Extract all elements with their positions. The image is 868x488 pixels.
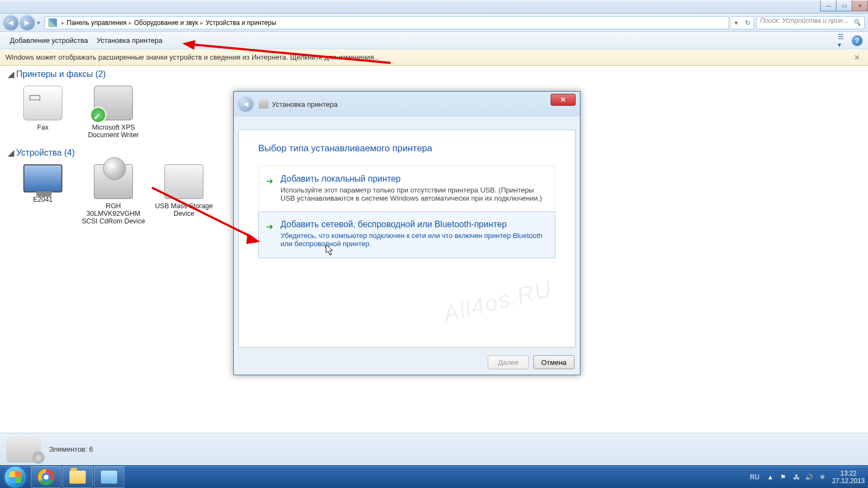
tray-network-icon[interactable]: 🖧: [792, 472, 801, 482]
nav-back-button[interactable]: ◄: [3, 15, 18, 30]
devices-icon: [101, 471, 117, 484]
watermark: All4os.RU: [441, 275, 555, 328]
dialog-heading: Выбор типа устанавливаемого принтера: [258, 143, 556, 154]
breadcrumb[interactable]: ▸ Панель управления ▸ Оборудование и зву…: [44, 16, 729, 29]
tray-clock[interactable]: 13:22 27.12.2013: [832, 470, 865, 485]
fax-icon: [23, 86, 62, 120]
device-item-xps[interactable]: Microsoft XPS Document Writer: [78, 86, 149, 139]
printer-icon: [259, 100, 269, 108]
taskbar-devices[interactable]: [94, 466, 124, 488]
dialog-close-button[interactable]: ✕: [551, 94, 576, 106]
device-item-scsi[interactable]: RGH 30LMVK92VGHM SCSI CdRom Device: [78, 164, 149, 225]
system-tray: RU ▲ ⚑ 🖧 🔊 ✳ 13:22 27.12.2013: [750, 470, 865, 485]
optical-drive-icon: [94, 164, 133, 199]
nav-forward-button[interactable]: ►: [20, 15, 35, 30]
monitor-icon: [23, 164, 62, 192]
maximize-button[interactable]: ▭: [836, 1, 852, 11]
device-item-usb[interactable]: USB Mass Storage Device: [149, 164, 219, 225]
arrow-right-icon: ➔: [266, 222, 273, 232]
tray-language[interactable]: RU: [750, 473, 760, 481]
arrow-right-icon: ➔: [266, 176, 273, 186]
add-printer-dialog: ✕ ◄ Установка принтера Выбор типа устана…: [233, 91, 580, 375]
taskbar-explorer[interactable]: [62, 466, 93, 488]
dialog-back-button[interactable]: ◄: [238, 97, 253, 112]
window-caption: — ▭ ✕: [0, 1, 868, 14]
tray-show-hidden-icon[interactable]: ▲: [765, 472, 775, 482]
windows-orb-icon: [5, 467, 25, 487]
device-item-fax[interactable]: Fax: [8, 86, 78, 139]
chrome-icon: [38, 469, 54, 485]
start-button[interactable]: [0, 466, 30, 489]
option-add-network-printer[interactable]: ➔ Добавить сетевой, беспроводной или Blu…: [258, 211, 556, 258]
device-item-monitor[interactable]: E2041: [8, 164, 78, 225]
command-bar: Добавление устройства Установка принтера…: [0, 32, 868, 49]
help-icon[interactable]: ?: [852, 35, 863, 46]
search-input[interactable]: Поиск: Устройства и прин... 🔍: [756, 16, 865, 29]
usb-storage-icon: [164, 164, 203, 199]
dialog-titlebar[interactable]: ◄ Установка принтера: [234, 92, 580, 117]
nav-history-dropdown[interactable]: ▾: [35, 15, 42, 30]
navigation-bar: ◄ ► ▾ ▸ Панель управления ▸ Оборудование…: [0, 14, 868, 32]
details-pane-text: Элементов: 6: [49, 445, 93, 453]
collapse-icon: ◢: [8, 147, 14, 158]
breadcrumb-item[interactable]: Панель управления: [67, 19, 126, 27]
printer-icon: [94, 86, 133, 120]
category-header-printers[interactable]: ◢ Принтеры и факсы (2): [8, 69, 860, 79]
info-bar-text: Windows может отображать расширенные зна…: [5, 53, 380, 61]
option-add-local-printer[interactable]: ➔ Добавить локальный принтер Используйте…: [259, 166, 555, 212]
cancel-button[interactable]: Отмена: [533, 355, 575, 369]
add-printer-button[interactable]: Установка принтера: [92, 34, 167, 47]
dialog-body: Выбор типа устанавливаемого принтера ➔ Д…: [238, 130, 576, 348]
close-button[interactable]: ✕: [852, 1, 868, 11]
details-pane: Элементов: 6: [0, 433, 868, 465]
collapse-icon: ◢: [8, 69, 14, 79]
taskbar: RU ▲ ⚑ 🖧 🔊 ✳ 13:22 27.12.2013: [0, 465, 868, 488]
breadcrumb-item[interactable]: Оборудование и звук: [134, 19, 198, 27]
info-bar[interactable]: Windows может отображать расширенные зна…: [0, 49, 868, 66]
tray-app-icon[interactable]: ✳: [818, 472, 827, 482]
minimize-button[interactable]: —: [820, 1, 837, 11]
tray-flag-icon[interactable]: ⚑: [778, 472, 788, 482]
search-icon: 🔍: [853, 18, 861, 26]
folder-icon: [69, 471, 86, 484]
info-bar-close-icon[interactable]: ✕: [852, 53, 863, 62]
taskbar-chrome[interactable]: [31, 466, 61, 488]
view-options-button[interactable]: ☰ ▾: [838, 35, 850, 47]
search-placeholder: Поиск: Устройства и прин...: [760, 17, 848, 24]
next-button: Далее: [488, 355, 529, 369]
add-device-button[interactable]: Добавление устройства: [5, 34, 92, 47]
refresh-button[interactable]: ↻: [741, 16, 754, 29]
details-pane-icon: [7, 436, 41, 463]
dialog-title: Установка принтера: [272, 100, 337, 108]
breadcrumb-dropdown[interactable]: ▾: [731, 16, 741, 29]
tray-volume-icon[interactable]: 🔊: [805, 472, 814, 482]
breadcrumb-item[interactable]: Устройства и принтеры: [206, 19, 276, 27]
location-icon: [48, 18, 57, 27]
